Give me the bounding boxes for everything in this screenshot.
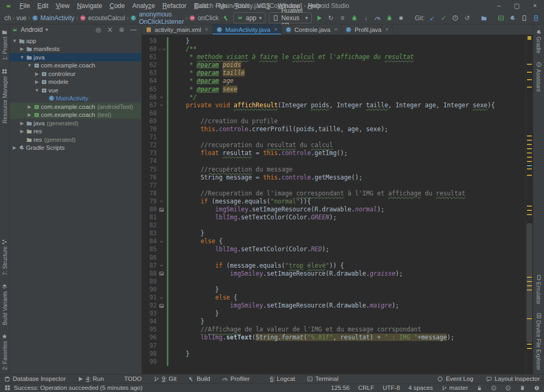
code-line[interactable]: 63 * @param taille: [142, 69, 526, 77]
code-line[interactable]: 64 * @param age: [142, 77, 526, 85]
error-stripe[interactable]: [525, 35, 533, 374]
readonly-toggle[interactable]: [477, 385, 482, 391]
line-number[interactable]: 87: [142, 262, 159, 270]
code-line[interactable]: 93 }: [142, 310, 526, 318]
run-button[interactable]: [314, 13, 325, 23]
git-toolwindow-button[interactable]: 9: Git: [154, 376, 177, 382]
build-hammer-icon[interactable]: [220, 13, 231, 23]
line-number[interactable]: 91: [142, 294, 159, 302]
warning-stripe-mark[interactable]: [527, 87, 532, 88]
line-number[interactable]: 85: [142, 245, 159, 253]
chevron-right-icon[interactable]: ▶: [34, 71, 40, 76]
menu-help[interactable]: Help: [304, 0, 325, 12]
tree-item-modele[interactable]: ▶modele: [10, 78, 141, 87]
code-line[interactable]: 71: [142, 133, 526, 141]
toolwindow-stripe-assistant[interactable]: Assistant: [536, 57, 542, 95]
close-button[interactable]: ×: [526, 3, 544, 9]
line-number[interactable]: 64: [142, 77, 159, 85]
warning-stripe-mark[interactable]: [527, 144, 532, 145]
code-line[interactable]: 73 float resultat = this.controle.getImg…: [142, 149, 526, 157]
menu-tools[interactable]: Tools: [231, 0, 253, 12]
git-update-icon[interactable]: ↙: [427, 13, 437, 23]
toolwindow-stripe-gradle[interactable]: Gradle: [536, 24, 542, 57]
run-config-selector[interactable]: app ▾: [233, 12, 266, 23]
code-line[interactable]: 68: [142, 109, 526, 117]
run-with-coverage-icon[interactable]: ≡: [337, 13, 348, 23]
running-devices-icon[interactable]: [496, 13, 506, 23]
render-doc-icon[interactable]: [159, 45, 167, 53]
line-number[interactable]: 96: [142, 334, 159, 342]
locate-file-icon[interactable]: ◎: [93, 24, 104, 35]
breadcrumb-item[interactable]: mecouteCalcul: [79, 14, 126, 22]
chevron-right-icon[interactable]: ▶: [27, 104, 32, 109]
warning-stripe-mark[interactable]: [527, 206, 532, 207]
chevron-down-icon[interactable]: ▼: [19, 55, 25, 60]
hide-panel-icon[interactable]: —: [128, 24, 139, 35]
warning-stripe-mark[interactable]: [527, 140, 532, 141]
tree-item-manifests[interactable]: ▶manifests: [10, 45, 141, 54]
line-number[interactable]: 84: [142, 237, 159, 245]
warning-stripe-mark[interactable]: [527, 285, 532, 286]
warning-stripe-mark[interactable]: [527, 64, 532, 65]
line-number[interactable]: 73: [142, 149, 159, 157]
rerun-icon[interactable]: ↻: [326, 13, 336, 23]
line-number[interactable]: 98: [142, 350, 159, 358]
inspections-indicator[interactable]: [528, 36, 531, 40]
warning-stripe-mark[interactable]: [527, 79, 532, 80]
line-separator[interactable]: CRLF: [358, 385, 374, 391]
code-line[interactable]: 94 }: [142, 318, 526, 326]
toolwindow-switcher-icon[interactable]: [4, 385, 11, 391]
code-line[interactable]: 70 this.controle.creerProfil(poids,taill…: [142, 125, 526, 133]
warning-stripe-mark[interactable]: [527, 72, 532, 73]
logcat-toolwindow-button[interactable]: 6: Logcat: [261, 376, 295, 382]
code-line[interactable]: 84 else {: [142, 237, 526, 245]
line-number[interactable]: 94: [142, 318, 159, 326]
hector-inspections[interactable]: [520, 385, 525, 391]
code-line[interactable]: 72 //recuperation du resultat du calcul: [142, 141, 526, 149]
warning-stripe-mark[interactable]: [527, 277, 532, 278]
line-number[interactable]: 68: [142, 109, 159, 117]
toolwindow-stripe-1-project[interactable]: 1: Project: [2, 24, 8, 64]
line-number[interactable]: 92: [142, 302, 159, 310]
collapse-all-icon[interactable]: [105, 24, 115, 35]
fold-marker-icon[interactable]: [159, 198, 167, 206]
warning-stripe-mark[interactable]: [527, 318, 532, 319]
menu-vcs[interactable]: VCS: [253, 0, 274, 12]
line-number[interactable]: 78: [142, 190, 159, 198]
line-number[interactable]: 65: [142, 86, 159, 93]
chevron-right-icon[interactable]: ▶: [27, 112, 32, 117]
tree-item-vue[interactable]: ▼vue: [10, 86, 141, 95]
line-number[interactable]: 97: [142, 342, 159, 350]
fold-marker-icon[interactable]: [159, 237, 167, 245]
happy-face[interactable]: [491, 385, 497, 391]
git-rollback-icon[interactable]: ↺: [462, 13, 472, 23]
code-line[interactable]: 87 if (message.equals("trop élevé")) {: [142, 262, 526, 270]
close-icon[interactable]: ×: [385, 27, 388, 32]
warning-stripe-mark[interactable]: [527, 152, 532, 154]
line-number[interactable]: 79: [142, 198, 159, 206]
code-line[interactable]: 79 if (message.equals("normal")){: [142, 198, 526, 206]
code-line[interactable]: 78 //Recuperation de l'image corresponda…: [142, 190, 526, 198]
line-number[interactable]: 69: [142, 117, 159, 125]
settings-gear-icon[interactable]: [116, 24, 127, 35]
line-number[interactable]: 72: [142, 141, 159, 149]
maximize-button[interactable]: ▢: [508, 3, 526, 9]
fold-marker-icon[interactable]: [159, 93, 167, 101]
line-number[interactable]: 83: [142, 229, 159, 237]
code-line[interactable]: 89: [142, 278, 526, 286]
breadcrumb-item[interactable]: monClick: [188, 14, 219, 22]
warning-stripe-mark[interactable]: [527, 214, 532, 215]
warning-stripe-mark[interactable]: [527, 281, 532, 282]
breadcrumb-item[interactable]: CMainActivity: [31, 14, 75, 22]
chevron-down-icon[interactable]: ▼: [12, 38, 18, 44]
line-number[interactable]: 62: [142, 61, 159, 69]
warning-stripe-mark[interactable]: [527, 161, 532, 162]
code-line[interactable]: 66 */: [142, 93, 526, 101]
tab-mainactivity-java[interactable]: CMainActivity.java×: [212, 24, 282, 35]
code-line[interactable]: 76 String message = this.controle.getMes…: [142, 174, 526, 182]
line-number[interactable]: 99: [142, 358, 159, 366]
code-line[interactable]: 59 }: [142, 37, 526, 45]
code-line[interactable]: 90 }: [142, 286, 526, 294]
attach-debugger-icon[interactable]: [384, 13, 395, 23]
code-line[interactable]: 88 imgSmiley.setImageResource(R.drawable…: [142, 270, 526, 278]
